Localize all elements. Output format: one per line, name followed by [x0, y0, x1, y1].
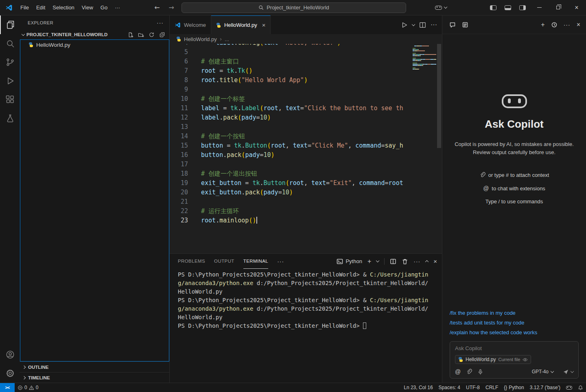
editor-actions: ···: [400, 15, 442, 34]
copilot-panel: + ··· × Ask Copilot Copilot is powered b…: [442, 15, 586, 383]
copilot-status[interactable]: [563, 383, 575, 392]
timeline-label: TIMELINE: [28, 375, 50, 380]
timeline-section[interactable]: TIMELINE: [20, 372, 169, 383]
python-interpreter[interactable]: 3.12.7 ('base'): [527, 383, 563, 392]
maximize-panel-icon[interactable]: [425, 260, 429, 264]
microphone-icon[interactable]: [477, 369, 483, 375]
chat-editor-icon[interactable]: [462, 22, 468, 28]
new-folder-icon[interactable]: [138, 32, 144, 38]
terminal-output[interactable]: PS D:\Python_Projects2025\Project_tkinte…: [170, 269, 442, 383]
close-icon: ×: [575, 4, 578, 11]
breadcrumb-symbol[interactable]: ...: [225, 36, 229, 42]
close-window-button[interactable]: ×: [567, 0, 586, 15]
encoding[interactable]: UTF-8: [463, 383, 483, 392]
line-number: 7: [170, 67, 195, 76]
editor-more-actions[interactable]: ···: [431, 21, 437, 28]
menu-go[interactable]: Go: [97, 3, 111, 12]
file-name-label: HelloWorld.py: [36, 42, 70, 48]
command-center-search[interactable]: Project_tkinter_HelloWorld: [181, 2, 406, 13]
send-button[interactable]: [563, 369, 573, 375]
indentation[interactable]: Spaces: 4: [436, 383, 463, 392]
restore-button[interactable]: [549, 0, 567, 15]
suggestion-explain[interactable]: /explain how the selected code works: [450, 329, 579, 335]
tab-welcome[interactable]: Welcome: [170, 15, 211, 34]
menu-view[interactable]: View: [78, 3, 97, 12]
kill-terminal-icon[interactable]: [402, 258, 408, 265]
problems-status[interactable]: 0 0: [15, 383, 41, 392]
cursor-position[interactable]: Ln 23, Col 16: [401, 383, 435, 392]
restore-icon: [556, 6, 560, 9]
suggestion-tests[interactable]: /tests add unit tests for my code: [450, 320, 579, 326]
activitybar-source-control[interactable]: [0, 53, 20, 72]
minimize-button[interactable]: [530, 0, 549, 15]
scrollbar-handle[interactable]: [437, 44, 441, 148]
notifications[interactable]: [575, 383, 586, 392]
activitybar-extensions[interactable]: [0, 90, 20, 109]
copilot-menu-button[interactable]: [435, 6, 447, 10]
copilot-more-actions[interactable]: ···: [564, 22, 571, 28]
chat-icon[interactable]: [449, 22, 456, 28]
collapse-all-icon[interactable]: [159, 32, 165, 38]
refresh-icon[interactable]: [149, 32, 155, 38]
suggestion-fix[interactable]: /fix the problems in my code: [450, 310, 579, 316]
split-terminal-icon[interactable]: [390, 258, 396, 265]
language-mode[interactable]: {} Python: [501, 383, 527, 392]
tab-output[interactable]: OUTPUT: [214, 254, 234, 269]
hint-text: or type # to attach context: [488, 172, 549, 178]
minimap[interactable]: [413, 46, 436, 70]
activitybar-accounts[interactable]: [0, 345, 20, 364]
code-line: button = tk.Button(root, text="Click Me"…: [201, 142, 403, 151]
run-python-file-icon[interactable]: [400, 21, 408, 29]
tab-helloworld[interactable]: HelloWorld.py ×: [211, 15, 271, 34]
new-terminal-icon[interactable]: +: [367, 258, 371, 265]
remote-indicator[interactable]: ><: [0, 383, 15, 392]
explorer-section-header[interactable]: PROJECT_TKINTER_HELLOWORLD: [20, 30, 169, 39]
editor-tabs: Welcome HelloWorld.py × ···: [170, 15, 442, 34]
new-file-icon[interactable]: [127, 32, 133, 38]
eye-icon[interactable]: [523, 357, 528, 362]
mention-icon[interactable]: @: [455, 368, 461, 375]
attach-icon[interactable]: [466, 369, 472, 375]
tab-problems[interactable]: PROBLEMS: [178, 254, 205, 269]
activitybar-search[interactable]: [0, 34, 20, 53]
eol-sequence[interactable]: CRLF: [483, 383, 501, 392]
tab-terminal[interactable]: TERMINAL: [243, 254, 268, 269]
terminal-profile-chevron-icon[interactable]: [376, 259, 379, 262]
breadcrumbs[interactable]: HelloWorld.py › ...: [170, 34, 442, 44]
back-arrow-icon[interactable]: ←: [153, 4, 161, 11]
activitybar-settings[interactable]: [0, 364, 20, 383]
activitybar-testing[interactable]: [0, 109, 20, 128]
code-editor[interactable]: 4567891011121314151617181920212223 label…: [170, 44, 442, 253]
current-file-chip[interactable]: HelloWorld.py Current file: [455, 355, 531, 364]
model-picker[interactable]: GPT-4o: [532, 369, 553, 375]
panel-more-tabs[interactable]: ···: [277, 254, 284, 269]
editor-scrollbar[interactable]: [436, 44, 442, 253]
split-editor-icon[interactable]: [419, 21, 426, 29]
close-panel-icon[interactable]: ×: [433, 258, 437, 265]
copilot-input-box[interactable]: Ask Copilot HelloWorld.py Current file @: [450, 341, 579, 379]
activitybar-explorer[interactable]: [0, 15, 20, 34]
activitybar-run-debug[interactable]: [0, 72, 20, 90]
forward-arrow-icon[interactable]: →: [167, 4, 176, 11]
run-dropdown-chevron-icon[interactable]: [412, 22, 415, 26]
breadcrumb-file[interactable]: HelloWorld.py: [184, 36, 217, 42]
active-terminal[interactable]: Python: [337, 258, 362, 265]
menu-selection[interactable]: Selection: [49, 3, 78, 12]
file-item-helloworld[interactable]: HelloWorld.py: [20, 40, 169, 50]
menu-overflow[interactable]: ···: [111, 3, 124, 12]
close-copilot-icon[interactable]: ×: [577, 21, 580, 28]
outline-section[interactable]: OUTLINE: [20, 362, 169, 372]
toggle-panel-icon[interactable]: [505, 5, 511, 10]
toggle-primary-sidebar-icon[interactable]: [490, 5, 496, 10]
toggle-secondary-sidebar-icon[interactable]: [519, 5, 526, 10]
explorer-more-actions[interactable]: ···: [157, 20, 164, 26]
at-icon: @: [483, 185, 489, 192]
menu-file[interactable]: File: [17, 3, 33, 12]
chip-file-kind: Current file: [498, 357, 520, 362]
source-control-icon: [5, 57, 15, 67]
terminal-more-actions[interactable]: ···: [413, 258, 420, 265]
new-chat-icon[interactable]: +: [541, 21, 544, 28]
menu-edit[interactable]: Edit: [33, 3, 49, 12]
close-tab-icon[interactable]: ×: [262, 22, 266, 28]
history-icon[interactable]: [551, 22, 558, 28]
